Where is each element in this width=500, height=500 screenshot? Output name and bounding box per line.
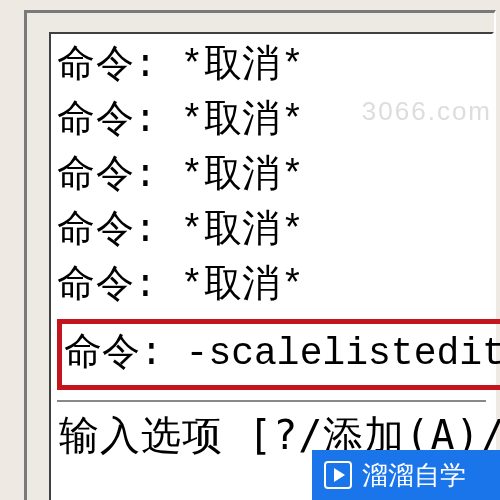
command-line: 命令: *取消* (57, 203, 486, 258)
command-line: 命令: *取消* (57, 148, 486, 203)
command-content: 命令: *取消* 命令: *取消* 命令: *取消* 命令: *取消* 命令: … (51, 34, 492, 463)
command-log-panel: 命令: *取消* 命令: *取消* 命令: *取消* 命令: *取消* 命令: … (0, 0, 500, 500)
brand-badge-text: 溜溜自学 (362, 462, 466, 488)
play-icon (324, 461, 352, 489)
brand-badge[interactable]: 溜溜自学 (312, 450, 500, 500)
highlighted-command: 命令: -scalelistedit (64, 326, 500, 381)
command-line: 命令: *取消* (57, 93, 486, 148)
highlighted-command-box: 命令: -scalelistedit (57, 319, 500, 390)
command-line: 命令: *取消* (57, 258, 486, 313)
panel-bevel: 命令: *取消* 命令: *取消* 命令: *取消* 命令: *取消* 命令: … (24, 10, 496, 500)
panel-frame: 命令: *取消* 命令: *取消* 命令: *取消* 命令: *取消* 命令: … (10, 0, 496, 500)
command-line: 命令: *取消* (57, 38, 486, 93)
command-history-area[interactable]: 命令: *取消* 命令: *取消* 命令: *取消* 命令: *取消* 命令: … (49, 32, 494, 500)
play-triangle (334, 468, 345, 482)
